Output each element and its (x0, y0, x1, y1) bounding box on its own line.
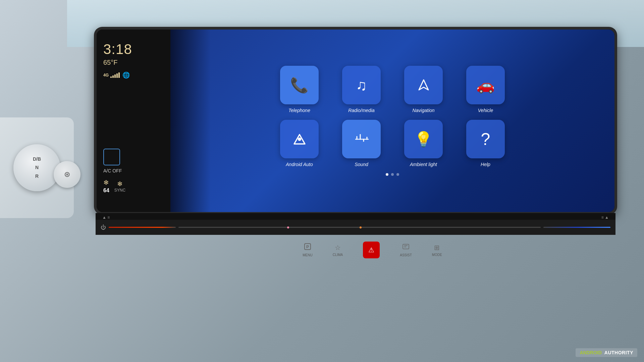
parking-icon: ⊛ (64, 170, 70, 179)
power-icon[interactable]: ⏻ (101, 224, 106, 230)
app-tile-radio[interactable]: ♫ Radio/media (334, 66, 389, 113)
app-tile-telephone[interactable]: 📞 Telephone (272, 66, 327, 113)
android-auto-svg-icon (292, 132, 307, 147)
app-tile-sound[interactable]: Sound (334, 120, 389, 167)
gear-db: D/B (33, 155, 41, 163)
climate-row: ❄ 64 ❄ SYNC (103, 178, 164, 194)
sound-label: Sound (355, 162, 368, 167)
app-tile-ambient-light[interactable]: 💡 Ambient light (396, 120, 451, 167)
pink-indicator (287, 226, 289, 228)
watermark-android: ANDROID (580, 350, 601, 355)
hazard-button[interactable]: ⚠ (363, 242, 380, 258)
help-icon-box: ? (466, 120, 505, 158)
app-tile-android-auto[interactable]: Android Auto (272, 120, 327, 167)
svg-point-2 (298, 138, 301, 141)
radio-icon-box: ♫ (342, 66, 381, 104)
android-auto-label: Android Auto (286, 162, 313, 167)
bar-5 (118, 72, 120, 78)
mode-icon: ⊞ (434, 244, 440, 252)
temperature-display: 65°F (103, 59, 164, 66)
bar-3 (114, 74, 116, 78)
assist-label: ASSIST (400, 253, 412, 257)
menu-label: MENU (303, 253, 312, 257)
android-auto-icon-box (280, 120, 319, 158)
gear-n: N (33, 163, 41, 172)
svg-marker-0 (419, 80, 428, 90)
globe-icon: 🌐 (122, 71, 130, 79)
signal-bars (110, 72, 120, 78)
sound-icon-box (342, 120, 381, 158)
bar-4 (116, 73, 118, 78)
page-dots (386, 173, 399, 176)
help-icon: ? (481, 130, 490, 149)
telephone-icon: 📞 (290, 76, 309, 94)
clima-icon: ☆ (335, 244, 341, 252)
parking-symbol: P (304, 243, 311, 252)
gear-r: R (33, 172, 41, 180)
vehicle-icon-box: 🚗 (466, 66, 505, 104)
vehicle-label: Vehicle (478, 108, 493, 113)
connectivity-status: 4G 🌐 (103, 71, 164, 79)
app-tile-vehicle[interactable]: 🚗 Vehicle (458, 66, 513, 113)
hazard-icon: ⚠ (368, 246, 374, 254)
navigation-svg-icon (416, 78, 431, 93)
watermark: ANDROID AUTHORITY (576, 348, 637, 357)
radio-label: Radio/media (348, 108, 375, 113)
navigation-icon-box (404, 66, 443, 104)
bar-1 (110, 76, 112, 78)
gear-knob[interactable]: D/B N R (13, 144, 60, 191)
bar-2 (112, 75, 114, 78)
fan-icon: ❄ (103, 178, 109, 187)
orange-indicator (360, 226, 362, 228)
temp-slider-left[interactable] (109, 227, 176, 228)
app-tile-navigation[interactable]: Navigation (396, 66, 451, 113)
climate-slider-bar: ⏻ (96, 220, 615, 235)
climate-temp-item: ❄ 64 (103, 178, 109, 194)
dot-1[interactable] (386, 173, 388, 176)
ac-off-indicator (103, 149, 120, 165)
svg-rect-13 (403, 244, 409, 249)
temp-slider-right[interactable] (543, 227, 610, 228)
ac-section: A/C OFF ❄ 64 ❄ SYNC (103, 149, 164, 194)
watermark-authority: AUTHORITY (604, 350, 633, 355)
assist-svg (402, 243, 410, 250)
assist-icon (402, 243, 410, 252)
climate-temp-value: 64 (103, 188, 109, 194)
sound-svg-icon (354, 132, 369, 147)
network-label: 4G (103, 73, 109, 77)
climate-sync-label: SYNC (114, 188, 125, 193)
screen-display: 3:18 65°F 4G 🌐 A/C OFF (97, 30, 614, 212)
menu-button[interactable]: P MENU (303, 243, 312, 257)
app-tile-help[interactable]: ? Help (458, 120, 513, 167)
vehicle-icon: 🚗 (476, 76, 495, 94)
clima-button[interactable]: ☆ CLIMA (333, 244, 343, 257)
time-display: 3:18 (103, 41, 164, 57)
gear-labels: D/B N R (33, 155, 41, 180)
mode-button[interactable]: ⊞ MODE (432, 244, 442, 257)
screen-frame: 3:18 65°F 4G 🌐 A/C OFF (94, 27, 617, 215)
apps-grid: 📞 Telephone ♫ Radio/media (272, 66, 513, 167)
climate-sync-item: ❄ SYNC (114, 180, 125, 193)
clima-label: CLIMA (333, 253, 343, 257)
telephone-icon-box: 📞 (280, 66, 319, 104)
svg-text:P: P (306, 245, 309, 249)
menu-svg: P (304, 243, 311, 250)
mode-label: MODE (432, 253, 442, 257)
right-vent-controls: ≡ ▲ (601, 215, 609, 220)
telephone-label: Telephone (288, 108, 310, 113)
volume-slider[interactable] (178, 227, 541, 228)
radio-icon: ♫ (356, 77, 367, 94)
ambient-light-label: Ambient light (410, 162, 437, 167)
dot-3[interactable] (396, 173, 399, 176)
dot-2[interactable] (391, 173, 394, 176)
physical-buttons-row: P MENU ☆ CLIMA ⚠ ASSIST ⊞ MODE (134, 238, 610, 262)
vent-controls: ▲ ≡ (102, 215, 110, 220)
navigation-label: Navigation (412, 108, 434, 113)
left-info-panel: 3:18 65°F 4G 🌐 A/C OFF (97, 30, 170, 212)
assist-button[interactable]: ASSIST (400, 243, 412, 257)
ambient-light-icon: 💡 (414, 131, 433, 148)
ac-label: A/C OFF (103, 168, 164, 173)
ambient-light-icon-box: 💡 (404, 120, 443, 158)
parking-button[interactable]: ⊛ (54, 161, 80, 188)
sync-fan-icon: ❄ (117, 180, 123, 188)
